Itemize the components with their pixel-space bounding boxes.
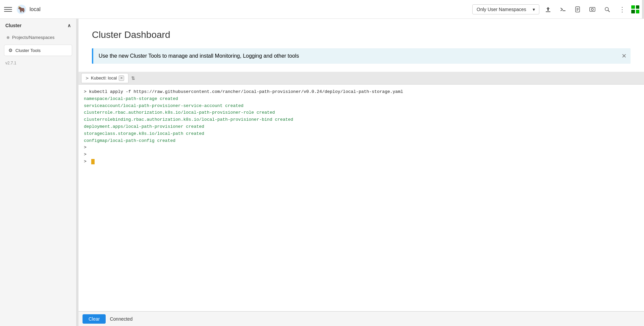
terminal-line-6: storageclass.storage.k8s.io/local-path c… bbox=[84, 130, 639, 138]
grid-cell-1 bbox=[631, 5, 635, 9]
terminal-tab-close-button[interactable]: ✕ bbox=[119, 75, 124, 81]
chevron-down-icon: ▾ bbox=[533, 7, 535, 12]
terminal-line-3: clusterrole.rbac.authorization.k8s.io/lo… bbox=[84, 109, 639, 116]
namespace-selector-label: Only User Namespaces bbox=[477, 7, 526, 12]
svg-rect-8 bbox=[590, 7, 595, 11]
upload-button[interactable] bbox=[542, 3, 554, 15]
page-title: Cluster Dashboard bbox=[92, 30, 631, 40]
cluster-section-header[interactable]: Cluster ∧ bbox=[0, 19, 76, 32]
namespace-selector[interactable]: Only User Namespaces ▾ bbox=[472, 4, 539, 14]
connected-status: Connected bbox=[110, 316, 132, 322]
navbar-left: 🐂 local bbox=[4, 4, 41, 15]
clear-button[interactable]: Clear bbox=[83, 314, 106, 324]
grid-cell-4 bbox=[636, 10, 640, 13]
grid-cell-3 bbox=[631, 10, 635, 13]
search-button[interactable] bbox=[601, 3, 613, 15]
terminal-body[interactable]: > kubectl apply -f https://raw.githubuse… bbox=[78, 85, 644, 311]
info-banner-text: Use the new Cluster Tools to manage and … bbox=[99, 53, 299, 59]
terminal-tab-arrows[interactable]: ⇅ bbox=[131, 75, 135, 81]
terminal-line-8: > bbox=[84, 144, 639, 151]
main-content: Cluster Dashboard Use the new Cluster To… bbox=[78, 19, 644, 326]
svg-rect-2 bbox=[546, 11, 550, 12]
navbar-right: Only User Namespaces ▾ ⋮ bbox=[472, 3, 640, 15]
rancher-logo-icon: 🐂 bbox=[16, 4, 27, 15]
right-resize-handle bbox=[642, 0, 644, 19]
kubectl-tab[interactable]: ≻ Kubectl: local ✕ bbox=[81, 73, 128, 83]
terminal-line-5: deployment.apps/local-path-provisioner c… bbox=[84, 123, 639, 130]
terminal-tab-icon: ≻ bbox=[86, 76, 89, 80]
terminal-button[interactable] bbox=[557, 3, 569, 15]
terminal-line-9: > bbox=[84, 151, 639, 158]
svg-line-11 bbox=[608, 10, 609, 12]
terminal-line-0: > kubectl apply -f https://raw.githubuse… bbox=[84, 89, 639, 96]
hamburger-menu-button[interactable] bbox=[4, 5, 12, 13]
projects-namespaces-label: Projects/Namespaces bbox=[12, 35, 54, 40]
cluster-tools-button[interactable]: ⚙ Cluster Tools bbox=[4, 45, 72, 56]
navbar: 🐂 local Only User Namespaces ▾ ⋮ bbox=[0, 0, 644, 19]
svg-point-9 bbox=[591, 8, 593, 10]
more-options-button[interactable]: ⋮ bbox=[616, 3, 628, 15]
info-banner: Use the new Cluster Tools to manage and … bbox=[92, 48, 631, 64]
terminal-line-4: clusterrolebinding.rbac.authorization.k8… bbox=[84, 116, 639, 123]
terminal-line-10: > bbox=[84, 158, 639, 165]
terminal-line-2: serviceaccount/local-path-provisioner-se… bbox=[84, 103, 639, 110]
dashboard-section: Cluster Dashboard Use the new Cluster To… bbox=[78, 19, 644, 72]
terminal-cursor bbox=[91, 159, 95, 164]
main-layout: Cluster ∧ Projects/Namespaces ⚙ Cluster … bbox=[0, 19, 644, 326]
gear-icon: ⚙ bbox=[8, 48, 13, 53]
svg-text:🐂: 🐂 bbox=[18, 6, 25, 13]
terminal-container: ≻ Kubectl: local ✕ ⇅ > kubectl apply -f … bbox=[78, 72, 644, 311]
banner-close-button[interactable]: ✕ bbox=[622, 53, 627, 59]
grid-cell-2 bbox=[636, 5, 640, 9]
version-label: v2.7.1 bbox=[0, 58, 76, 68]
sidebar-item-projects[interactable]: Projects/Namespaces bbox=[0, 32, 76, 43]
projects-dot-icon bbox=[7, 36, 9, 39]
screen-capture-button[interactable] bbox=[586, 3, 598, 15]
terminal-line-1: namespace/local-path-storage created bbox=[84, 96, 639, 103]
sidebar: Cluster ∧ Projects/Namespaces ⚙ Cluster … bbox=[0, 19, 76, 326]
terminal-tab-label: Kubectl: local bbox=[91, 75, 117, 80]
status-bar: Clear Connected bbox=[78, 311, 644, 326]
grid-status-icon bbox=[631, 5, 640, 14]
cluster-section-label: Cluster bbox=[5, 23, 21, 28]
brand-name: local bbox=[30, 6, 41, 12]
cluster-tools-label: Cluster Tools bbox=[15, 48, 41, 53]
file-button[interactable] bbox=[572, 3, 584, 15]
terminal-tab-bar: ≻ Kubectl: local ✕ ⇅ bbox=[78, 72, 644, 85]
terminal-line-7: configmap/local-path-config created bbox=[84, 138, 639, 145]
brand-logo: 🐂 local bbox=[16, 4, 41, 15]
collapse-icon[interactable]: ∧ bbox=[67, 23, 71, 28]
